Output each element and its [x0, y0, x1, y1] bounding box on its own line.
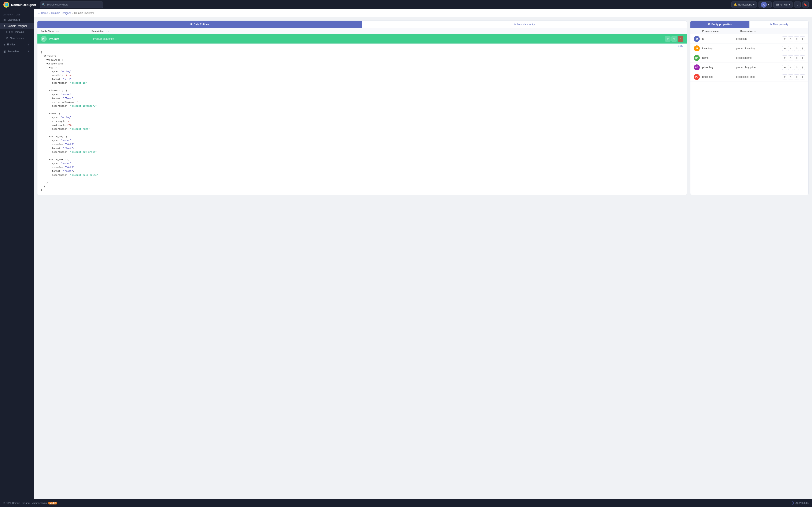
prop-description-cell: product inventory	[736, 47, 782, 50]
question-icon: ?	[797, 3, 798, 6]
entity-icon: ◈	[3, 43, 5, 46]
sidebar-item-domain-designer[interactable]: ✦ Domain Designer −	[0, 23, 34, 29]
tab-new-property[interactable]: ⊕ New property	[749, 21, 809, 28]
prop-delete-button[interactable]: 🗑	[800, 46, 805, 51]
sort-icon: ⌂ ⌂	[56, 30, 59, 32]
sidebar-section-label: APPLICATIONS	[0, 12, 34, 17]
collapse-icon: −	[29, 25, 31, 27]
code-viewer: { ▼Product: { ▼required: [], ▼properties…	[38, 48, 687, 195]
prop-edit-button[interactable]: ✎	[788, 46, 793, 51]
prop-edit-button[interactable]: ✎	[788, 36, 793, 41]
prop-description-cell: product name	[736, 56, 782, 59]
tab-data-entities-label: Data Entities	[194, 23, 209, 26]
entity-avatar: PR	[41, 36, 47, 42]
sidebar-item-entities[interactable]: ◈ Entities +	[0, 41, 34, 48]
prop-view-button[interactable]: 👁	[782, 55, 787, 60]
prop-name-cell: price_sell	[702, 75, 736, 78]
entity-view-button[interactable]: 👁	[665, 36, 670, 42]
property-row[interactable]: ID id product id 👁 ✎ ⧉ 🗑	[691, 34, 808, 44]
prop-copy-button[interactable]: ⧉	[794, 65, 799, 70]
property-row[interactable]: PS price_sell product sell price 👁 ✎ ⧉ 🗑	[691, 72, 808, 82]
description-header: Description ⌂ ⌂	[92, 30, 683, 32]
main-content: ⌂ Home › Domain Designer › Domain Overvi…	[34, 9, 812, 507]
entity-row[interactable]: PR Product Product data entity 👁 ✎ ✕	[38, 34, 687, 44]
sidebar-item-label: New Domain	[10, 37, 24, 40]
user-avatar-button[interactable]: JE ▾	[759, 1, 772, 8]
grid-tab-icon: ⊞	[190, 23, 192, 26]
prop-edit-button[interactable]: ✎	[788, 65, 793, 70]
tab-new-data-entity[interactable]: ⊕ New data entity	[362, 21, 687, 28]
prop-copy-button[interactable]: ⧉	[794, 46, 799, 51]
prop-avatar: NA	[694, 55, 700, 61]
prop-sort-icon-2: ⌂	[755, 30, 756, 32]
sidebar-item-label: Properties	[8, 50, 19, 53]
breadcrumb-current: Domain Overview	[74, 12, 94, 14]
prop-delete-button[interactable]: 🗑	[800, 65, 805, 70]
entity-delete-button[interactable]: ✕	[678, 36, 683, 42]
tab-entity-properties[interactable]: ⊞ Entity properties	[691, 21, 749, 28]
code-copy-link[interactable]: copy	[38, 44, 687, 48]
sidebar-item-label: Entities	[7, 43, 15, 46]
search-bar[interactable]: 🔍 Search everywhere	[40, 1, 103, 8]
prop-avatar: IN	[694, 45, 700, 51]
prop-view-button[interactable]: 👁	[782, 46, 787, 51]
entity-table-header: Entity Name ⌂ ⌂ Description ⌂ ⌂	[38, 28, 687, 34]
plus-circle-icon: ⊕	[6, 37, 8, 40]
entity-edit-button[interactable]: ✎	[671, 36, 677, 42]
prop-description-cell: product buy price	[736, 66, 782, 69]
sidebar-item-new-domain[interactable]: ⊕ New Domain	[0, 35, 34, 41]
brand-name: XpertmindS	[795, 502, 809, 504]
prop-actions: 👁 ✎ ⧉ 🗑	[782, 46, 805, 51]
sidebar-item-list-domains[interactable]: ≡ List Domains	[0, 29, 34, 35]
prop-actions: 👁 ✎ ⧉ 🗑	[782, 74, 805, 79]
property-row[interactable]: PB price_buy product buy price 👁 ✎ ⧉ 🗑	[691, 63, 808, 72]
bookmark-button[interactable]: 🔖	[802, 1, 809, 8]
prop-edit-button[interactable]: ✎	[788, 74, 793, 79]
property-table-header: Property name ⌂ Description ⌂	[691, 28, 808, 34]
tab-entity-properties-label: Entity properties	[712, 23, 732, 26]
chevron-down-icon: ▾	[768, 3, 769, 6]
content-area: ⊞ Data Entities ⊕ New data entity Entity…	[34, 17, 812, 199]
prop-sort-icon: ⌂	[720, 30, 721, 32]
notifications-label: Notifications	[738, 3, 752, 6]
grid-icon: ⊞	[3, 18, 6, 21]
chevron-down-icon: ▾	[789, 3, 790, 6]
prop-copy-button[interactable]: ⧉	[794, 55, 799, 60]
prop-view-button[interactable]: 👁	[782, 74, 787, 79]
layout: APPLICATIONS ⊞ Dashboard ✦ Domain Design…	[0, 9, 812, 507]
notifications-button[interactable]: 🔔 Notifications ▾	[731, 1, 757, 8]
prop-view-button[interactable]: 👁	[782, 36, 787, 41]
prop-delete-button[interactable]: 🗑	[800, 74, 805, 79]
sidebar-item-dashboard[interactable]: ⊞ Dashboard	[0, 17, 34, 23]
prop-avatar: ID	[694, 36, 700, 42]
tab-new-property-label: New property	[773, 23, 788, 26]
breadcrumb-domain-designer[interactable]: Domain Designer	[51, 12, 71, 14]
breadcrumb-home[interactable]: Home	[41, 12, 48, 14]
breadcrumb-sep-2: ›	[72, 12, 73, 14]
prop-name-cell: inventory	[702, 47, 736, 50]
add-entity-button[interactable]: +	[27, 43, 31, 47]
sidebar-item-properties[interactable]: ◧ Properties +	[0, 48, 34, 55]
prop-delete-button[interactable]: 🗑	[800, 55, 805, 60]
bookmark-icon: 🔖	[804, 3, 807, 6]
navbar: 🌐 DomainDesigner 🔍 Search everywhere 🔔 N…	[0, 0, 812, 9]
language-button[interactable]: ⌨ en-US ▾	[773, 1, 793, 8]
prop-edit-button[interactable]: ✎	[788, 55, 793, 60]
prop-view-button[interactable]: 👁	[782, 65, 787, 70]
help-button[interactable]: ?	[794, 1, 801, 8]
prop-copy-button[interactable]: ⧉	[794, 36, 799, 41]
property-row[interactable]: NA name product name 👁 ✎ ⧉ 🗑	[691, 53, 808, 63]
home-breadcrumb-icon: ⌂	[38, 11, 40, 15]
property-row[interactable]: IN inventory product inventory 👁 ✎ ⧉ 🗑	[691, 44, 808, 53]
prop-name-cell: price_buy	[702, 66, 736, 69]
prop-actions: 👁 ✎ ⧉ 🗑	[782, 65, 805, 70]
tab-data-entities[interactable]: ⊞ Data Entities	[38, 21, 362, 28]
prop-name-cell: name	[702, 56, 736, 59]
logo-icon: 🌐	[3, 2, 9, 8]
plus-tab-icon-right: ⊕	[770, 23, 772, 26]
bell-icon: 🔔	[734, 3, 737, 6]
prop-copy-button[interactable]: ⧉	[794, 74, 799, 79]
sidebar-spacer	[0, 55, 34, 498]
add-property-button[interactable]: +	[27, 49, 31, 53]
prop-delete-button[interactable]: 🗑	[800, 36, 805, 41]
